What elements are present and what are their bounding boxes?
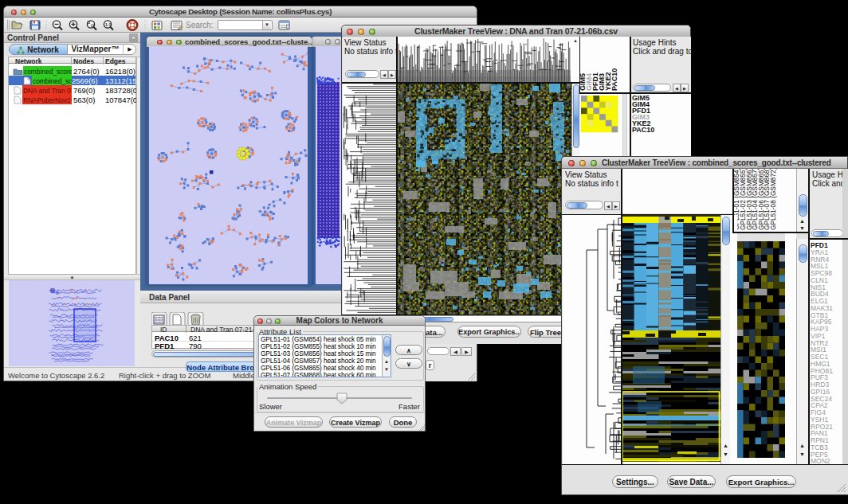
svg-text:GPL51-08 (GSM872): GPL51-08 (GSM872) [769,169,777,230]
svg-text:PAC10: PAC10 [610,68,618,91]
svg-text:1:1: 1:1 [105,22,111,27]
